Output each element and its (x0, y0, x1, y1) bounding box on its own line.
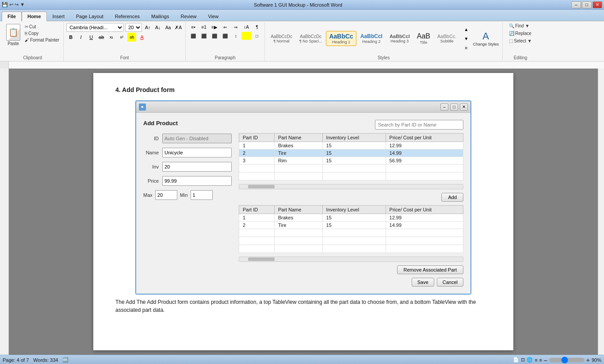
strikethrough-button[interactable]: ab (97, 33, 106, 42)
shrink-font-button[interactable]: A↓ (153, 23, 162, 32)
font-color-button[interactable]: A (138, 33, 146, 42)
numbering-button[interactable]: ≡1 (199, 23, 209, 31)
change-styles-button[interactable]: Change Styles (473, 42, 499, 46)
shading-button[interactable] (241, 32, 251, 40)
superscript-button[interactable]: x² (117, 33, 126, 42)
tab-mailings[interactable]: Mailings (145, 11, 175, 21)
ribbon-tabs: File Home Insert Page Layout References … (0, 10, 604, 21)
multilevel-button[interactable]: ≡▶ (210, 23, 219, 31)
paintbrush-icon: 🖌 (25, 38, 29, 42)
decrease-indent-button[interactable]: ⇐ (220, 23, 230, 31)
select-button[interactable]: ⬚ Select ▼ (508, 38, 533, 44)
highlight-button[interactable]: ab (127, 33, 136, 42)
view-fullscreen-icon[interactable]: ⊡ (521, 357, 525, 363)
tab-page-layout[interactable]: Page Layout (70, 11, 109, 21)
cell-name: Tire (274, 222, 322, 229)
tab-review[interactable]: Review (175, 11, 202, 21)
view-outline-icon[interactable]: ≡ (535, 357, 537, 363)
bullets-button[interactable]: ≡• (188, 23, 198, 31)
font-name-select[interactable]: Cambria (Headi... (66, 23, 124, 32)
grow-font-button[interactable]: A↑ (143, 23, 152, 32)
view-draft-icon[interactable]: ≡ (539, 357, 542, 363)
mockup-close-button[interactable]: ✕ (460, 103, 468, 111)
style-normal[interactable]: AaBbCcDc ¶ Normal (268, 32, 295, 45)
format-painter-button[interactable]: 🖌 Format Painter (23, 37, 61, 43)
zoom-slider[interactable] (549, 358, 585, 362)
table-row[interactable]: 2 Tire 15 14.99 (239, 222, 463, 229)
close-button[interactable]: ✕ (593, 1, 602, 8)
table-row[interactable]: 3 Rim 15 56.99 (239, 157, 463, 165)
style-title[interactable]: AaB Title (414, 31, 433, 46)
subscript-button[interactable]: x₂ (107, 33, 116, 42)
id-input[interactable] (162, 134, 232, 143)
tab-references[interactable]: References (109, 11, 145, 21)
save-button[interactable]: Save (412, 278, 434, 287)
clear-format-button[interactable]: ✗A (174, 23, 183, 32)
top-table-scrollbar[interactable] (239, 184, 463, 189)
align-right-button[interactable]: ⬛ (210, 32, 219, 40)
tab-file[interactable]: File (2, 11, 22, 21)
show-hide-button[interactable]: ¶ (252, 23, 262, 31)
document-scroll[interactable]: 4. Add Product form ■ – □ ✕ Add Product (9, 69, 598, 355)
table-row[interactable]: 2 Tire 15 14.99 (239, 149, 463, 157)
italic-button[interactable]: I (76, 33, 85, 42)
tab-home[interactable]: Home (22, 11, 47, 21)
bold-button[interactable]: B (66, 33, 75, 42)
style-heading1[interactable]: AaBbCc Heading 1 (326, 31, 356, 46)
tab-view[interactable]: View (203, 11, 225, 21)
center-button[interactable]: ⬛ (199, 32, 209, 40)
copy-button[interactable]: ⎘ Copy (23, 31, 61, 36)
remove-associated-part-button[interactable]: Remove Associated Part (397, 265, 463, 274)
name-input[interactable] (162, 148, 232, 157)
font-size-select[interactable]: 20 (125, 23, 142, 32)
line-spacing-button[interactable]: ↕ (231, 32, 241, 40)
min-input[interactable] (191, 190, 213, 200)
window-title: Software 1 GUI Mockup - Microsoft Word (25, 2, 571, 8)
col-price-b: Price/ Cost per Unit (386, 206, 463, 214)
max-input[interactable] (155, 190, 177, 200)
price-input[interactable] (162, 176, 232, 186)
zoom-in-icon[interactable]: + (586, 356, 590, 364)
editing-content: 🔍 Find ▼ 🔄 Replace ⬚ Select ▼ (508, 23, 533, 60)
tab-insert[interactable]: Insert (47, 11, 71, 21)
align-left-button[interactable]: ⬛ (188, 32, 198, 40)
style-heading3[interactable]: AaBbCcI Heading 3 (386, 32, 413, 45)
right-scrollbar[interactable] (598, 69, 604, 355)
style-heading2[interactable]: AaBbCcI Heading 2 (357, 31, 386, 46)
styles-scroll-down[interactable]: ▼ (461, 34, 471, 42)
find-button[interactable]: 🔍 Find ▼ (508, 23, 531, 29)
title-bar-controls[interactable]: – □ ✕ (571, 1, 602, 8)
styles-label: Styles (265, 55, 502, 60)
styles-scroll-up[interactable]: ▲ (461, 25, 471, 33)
underline-button[interactable]: U (87, 33, 96, 42)
add-button[interactable]: Add (441, 193, 463, 202)
paste-button[interactable]: 📋 Paste (4, 23, 22, 47)
bottom-table-scrollbar[interactable] (239, 257, 463, 262)
add-button-row: Add (239, 193, 463, 202)
paste-icon: 📋 (6, 24, 20, 41)
increase-indent-button[interactable]: ⇒ (231, 23, 241, 31)
border-button[interactable]: □ (252, 32, 262, 40)
maximize-button[interactable]: □ (582, 1, 592, 8)
cut-button[interactable]: ✂ Cut (23, 24, 61, 30)
replace-button[interactable]: 🔄 Replace (508, 31, 533, 36)
cancel-button[interactable]: Cancel (437, 278, 463, 287)
zoom-out-icon[interactable]: – (544, 356, 547, 364)
cell-inv: 15 (322, 157, 386, 165)
minimize-button[interactable]: – (571, 1, 581, 8)
mockup-restore-button[interactable]: □ (450, 103, 458, 111)
style-no-spacing[interactable]: AaBbCcDc ¶ No Spaci... (296, 32, 325, 45)
case-button[interactable]: Aa (164, 23, 172, 32)
inv-input[interactable] (162, 162, 232, 172)
style-subtitle[interactable]: AaBbCc. Subtitle (434, 32, 459, 45)
justify-button[interactable]: ⬛ (220, 32, 230, 40)
mockup-minimize-button[interactable]: – (440, 103, 448, 111)
table-row[interactable]: 1 Brakes 15 12.99 (239, 142, 463, 149)
view-print-icon[interactable]: 📄 (513, 357, 519, 363)
sort-button[interactable]: ↕A (241, 23, 251, 31)
word-count: Words: 334 (33, 357, 58, 363)
view-web-icon[interactable]: 🌐 (527, 357, 533, 363)
search-input[interactable] (375, 120, 463, 130)
table-row[interactable]: 1 Brakes 15 12.99 (239, 214, 463, 222)
styles-more[interactable]: ≡ (461, 44, 471, 52)
